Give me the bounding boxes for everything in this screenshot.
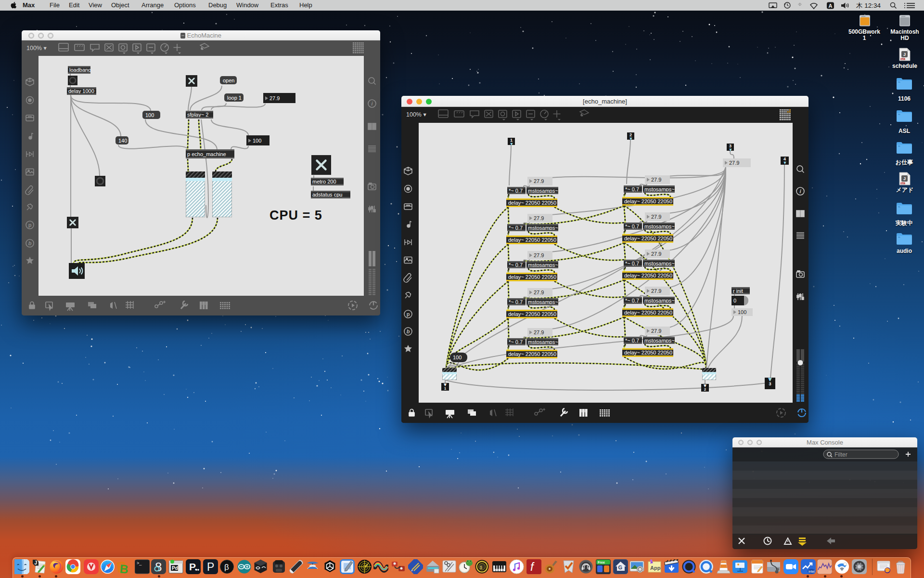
svg-text:TEXT: TEXT: [900, 58, 906, 60]
svg-text:TEXT: TEXT: [900, 182, 906, 184]
svg-text:J: J: [903, 52, 906, 57]
svg-text:J: J: [903, 176, 906, 181]
svg-text:i: i: [799, 188, 801, 194]
svg-text:Free: Free: [598, 561, 605, 564]
svg-text:intel: intel: [808, 570, 815, 573]
svg-text:J: J: [35, 560, 38, 565]
svg-text:P: P: [207, 561, 214, 573]
svg-text:App: App: [650, 565, 661, 571]
svg-text:B: B: [119, 562, 128, 574]
svg-text:i: i: [371, 101, 373, 106]
svg-text:Filter: Filter: [834, 451, 847, 458]
svg-text:b: b: [407, 328, 410, 334]
svg-text:b: b: [28, 240, 32, 246]
svg-text:p: p: [28, 222, 32, 228]
svg-text:Pd: Pd: [172, 565, 178, 571]
svg-text:p: p: [407, 311, 410, 317]
svg-text:$: $: [480, 565, 482, 570]
svg-text:>_: >_: [137, 561, 142, 565]
svg-text:β: β: [224, 563, 229, 572]
svg-text:G: G: [618, 565, 623, 570]
svg-text:A: A: [829, 3, 833, 9]
